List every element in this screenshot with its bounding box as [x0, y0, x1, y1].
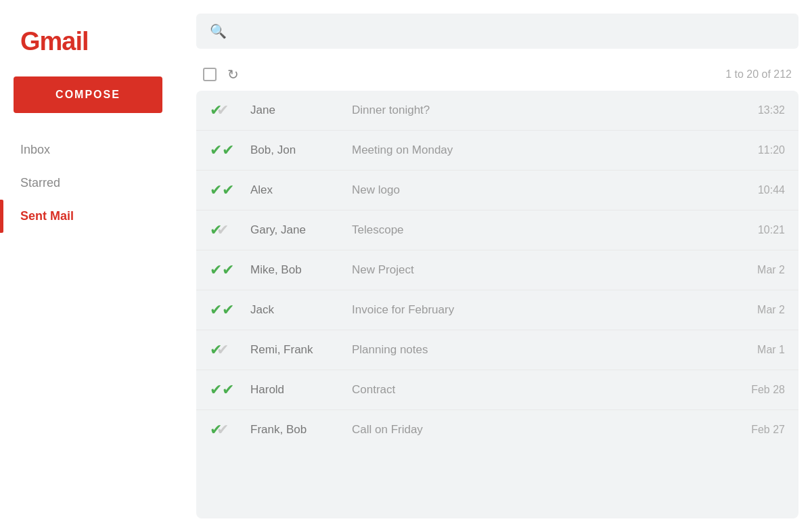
email-row[interactable]: ✔✔AlexNew logo10:44 [196, 171, 798, 210]
email-time: 11:20 [731, 144, 785, 156]
check-icons: ✔✔ [210, 301, 244, 319]
nav-menu: InboxStarredSent Mail [0, 133, 189, 233]
email-time: Feb 27 [731, 424, 785, 436]
main-content: 🔍 ↻ 1 to 20 of 212 ✔✔JaneDinner tonight?… [189, 0, 812, 532]
check-secondary-icon: ✔ [217, 341, 229, 359]
email-row[interactable]: ✔✔Gary, JaneTelescope10:21 [196, 210, 798, 250]
email-sender: Bob, Jon [244, 143, 352, 157]
email-sender: Alex [244, 183, 352, 197]
app-logo: Gmail [0, 20, 109, 76]
email-time: Feb 28 [731, 384, 785, 396]
email-subject: New logo [352, 183, 731, 197]
email-sender: Mike, Bob [244, 263, 352, 277]
check-icons: ✔✔ [210, 141, 244, 159]
email-row[interactable]: ✔✔Frank, BobCall on FridayFeb 27 [196, 410, 798, 449]
check-primary-icon: ✔ [210, 301, 222, 319]
email-time: Mar 2 [731, 264, 785, 276]
sidebar-item-starred[interactable]: Starred [0, 167, 189, 200]
pagination-text: 1 to 20 of 212 [725, 68, 792, 81]
check-primary-icon: ✔ [210, 381, 222, 399]
email-subject: Dinner tonight? [352, 104, 731, 117]
check-secondary-icon: ✔ [222, 261, 234, 279]
email-time: 13:32 [731, 104, 785, 116]
email-subject: Planning notes [352, 343, 731, 357]
check-icons: ✔✔ [210, 381, 244, 399]
check-secondary-icon: ✔ [222, 381, 234, 399]
email-sender: Frank, Bob [244, 423, 352, 437]
email-time: 10:21 [731, 224, 785, 236]
email-sender: Jane [244, 104, 352, 117]
email-subject: Meeting on Monday [352, 143, 731, 157]
email-subject: Contract [352, 383, 731, 397]
email-subject: New Project [352, 263, 731, 277]
select-all-checkbox[interactable] [203, 68, 217, 81]
email-subject: Telescope [352, 223, 731, 237]
search-icon: 🔍 [210, 23, 227, 39]
check-icons: ✔✔ [210, 102, 244, 119]
check-secondary-icon: ✔ [217, 221, 229, 239]
email-row[interactable]: ✔✔JackInvoice for FebruaryMar 2 [196, 290, 798, 330]
check-icons: ✔✔ [210, 221, 244, 239]
email-time: 10:44 [731, 184, 785, 196]
check-primary-icon: ✔ [210, 181, 222, 199]
email-list: ✔✔JaneDinner tonight?13:32✔✔Bob, JonMeet… [196, 91, 798, 518]
compose-button[interactable]: COMPOSE [14, 76, 162, 113]
check-icons: ✔✔ [210, 181, 244, 199]
check-secondary-icon: ✔ [222, 141, 234, 159]
email-sender: Harold [244, 383, 352, 397]
refresh-icon[interactable]: ↻ [227, 66, 239, 83]
email-row[interactable]: ✔✔JaneDinner tonight?13:32 [196, 91, 798, 131]
check-icons: ✔✔ [210, 341, 244, 359]
check-primary-icon: ✔ [210, 141, 222, 159]
email-subject: Invoice for February [352, 303, 731, 317]
email-sender: Jack [244, 303, 352, 317]
email-row[interactable]: ✔✔Mike, BobNew ProjectMar 2 [196, 250, 798, 290]
email-subject: Call on Friday [352, 423, 731, 437]
check-icons: ✔✔ [210, 261, 244, 279]
check-secondary-icon: ✔ [222, 181, 234, 199]
check-secondary-icon: ✔ [217, 102, 229, 119]
toolbar: ↻ 1 to 20 of 212 [196, 62, 798, 87]
email-sender: Remi, Frank [244, 343, 352, 357]
search-input[interactable] [233, 25, 785, 37]
search-bar[interactable]: 🔍 [196, 14, 798, 49]
email-time: Mar 2 [731, 304, 785, 316]
sidebar-item-inbox[interactable]: Inbox [0, 133, 189, 167]
check-icons: ✔✔ [210, 421, 244, 439]
sidebar: Gmail COMPOSE InboxStarredSent Mail [0, 0, 189, 532]
email-row[interactable]: ✔✔Remi, FrankPlanning notesMar 1 [196, 330, 798, 370]
email-row[interactable]: ✔✔Bob, JonMeeting on Monday11:20 [196, 131, 798, 171]
check-secondary-icon: ✔ [222, 301, 234, 319]
check-secondary-icon: ✔ [217, 421, 229, 439]
email-time: Mar 1 [731, 344, 785, 356]
email-row[interactable]: ✔✔HaroldContractFeb 28 [196, 370, 798, 410]
email-sender: Gary, Jane [244, 223, 352, 237]
sidebar-item-sent-mail[interactable]: Sent Mail [0, 200, 189, 233]
check-primary-icon: ✔ [210, 261, 222, 279]
